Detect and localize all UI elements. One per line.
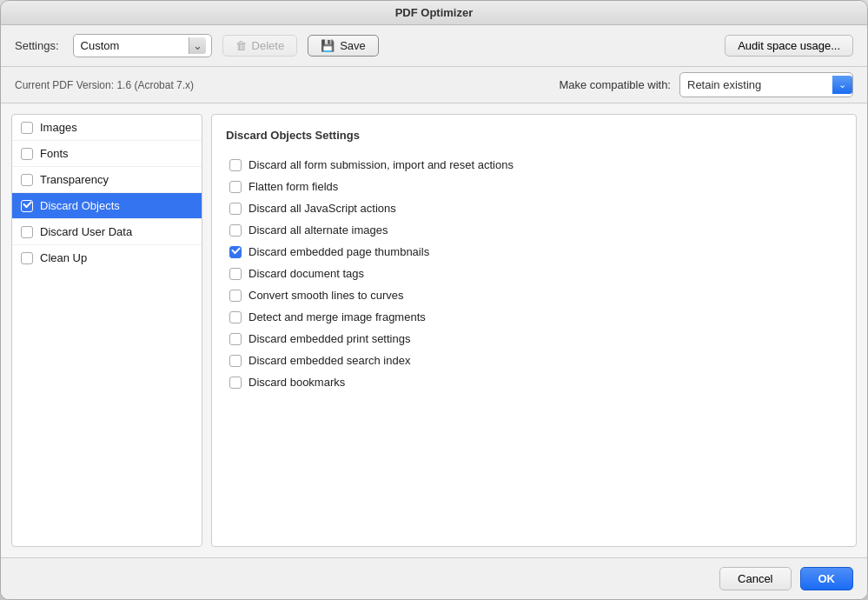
compatible-select-value: Retain existing xyxy=(687,78,761,91)
sidebar-checkbox-3 xyxy=(21,200,33,212)
option-label-0: Discard all form submission, import and … xyxy=(248,158,514,171)
option-label-9: Discard embedded search index xyxy=(248,354,410,367)
delete-button[interactable]: 🗑 Delete xyxy=(222,35,298,57)
sidebar-checkbox-5 xyxy=(21,252,33,264)
sidebar-label-5: Clean Up xyxy=(40,251,87,264)
audit-label: Audit space usage... xyxy=(738,39,840,52)
sidebar-item-fonts[interactable]: Fonts xyxy=(12,141,202,167)
option-checkbox-7[interactable] xyxy=(229,311,242,323)
option-checkbox-2[interactable] xyxy=(229,203,242,215)
option-checkbox-0[interactable] xyxy=(229,159,242,171)
footer: Cancel OK xyxy=(1,557,867,599)
option-row-0: Discard all form submission, import and … xyxy=(226,154,842,176)
option-label-3: Discard all alternate images xyxy=(248,223,388,237)
option-row-6: Convert smooth lines to curves xyxy=(226,284,842,306)
option-checkbox-3[interactable] xyxy=(229,224,242,237)
audit-button[interactable]: Audit space usage... xyxy=(725,35,853,57)
pdf-optimizer-window: PDF Optimizer Settings: Custom ⌄ 🗑 Delet… xyxy=(0,0,868,600)
version-text: Current PDF Version: 1.6 (Acrobat 7.x) xyxy=(15,79,194,91)
settings-select[interactable]: Custom ⌄ xyxy=(73,34,212,57)
content-panel: Discard Objects Settings Discard all for… xyxy=(211,114,857,547)
compatible-section: Make compatible with: Retain existing ⌄ xyxy=(559,72,853,97)
option-row-10: Discard bookmarks xyxy=(226,371,842,393)
panel-title: Discard Objects Settings xyxy=(226,129,842,142)
option-row-7: Detect and merge image fragments xyxy=(226,306,842,328)
sidebar-label-4: Discard User Data xyxy=(40,225,132,238)
option-row-4: Discard embedded page thumbnails xyxy=(226,241,842,263)
save-button[interactable]: 💾 Save xyxy=(308,35,379,57)
option-label-2: Discard all JavaScript actions xyxy=(248,202,396,215)
option-label-1: Flatten form fields xyxy=(248,180,338,193)
compatible-select-arrow-icon: ⌄ xyxy=(832,76,852,94)
save-label: Save xyxy=(340,39,366,52)
option-row-5: Discard document tags xyxy=(226,263,842,284)
ok-button[interactable]: OK xyxy=(800,567,854,590)
option-row-3: Discard all alternate images xyxy=(226,219,842,241)
save-icon: 💾 xyxy=(321,39,335,52)
sidebar-item-clean-up[interactable]: Clean Up xyxy=(12,245,202,270)
sidebar-label-2: Transparency xyxy=(40,173,109,186)
sidebar-item-discard-objects[interactable]: Discard Objects xyxy=(12,193,202,219)
sidebar-checkbox-0 xyxy=(21,122,33,134)
toolbar: Settings: Custom ⌄ 🗑 Delete 💾 Save Audit… xyxy=(1,25,867,67)
settings-select-value: Custom xyxy=(81,39,120,52)
sidebar-checkbox-4 xyxy=(21,226,33,238)
option-row-1: Flatten form fields xyxy=(226,176,842,197)
option-label-8: Discard embedded print settings xyxy=(248,332,410,345)
option-label-5: Discard document tags xyxy=(248,267,364,280)
sidebar-label-1: Fonts xyxy=(40,147,69,160)
compatible-select[interactable]: Retain existing ⌄ xyxy=(679,72,853,97)
option-label-4: Discard embedded page thumbnails xyxy=(248,245,429,258)
cancel-button[interactable]: Cancel xyxy=(719,567,791,590)
sidebar-item-images[interactable]: Images xyxy=(12,115,202,141)
sidebar-checkbox-1 xyxy=(21,148,33,160)
option-label-7: Detect and merge image fragments xyxy=(248,310,426,323)
option-checkbox-4[interactable] xyxy=(229,246,242,258)
window-title: PDF Optimizer xyxy=(395,6,474,19)
option-checkbox-8[interactable] xyxy=(229,333,242,345)
option-checkbox-9[interactable] xyxy=(229,355,242,367)
sidebar-item-discard-user-data[interactable]: Discard User Data xyxy=(12,219,202,245)
info-bar: Current PDF Version: 1.6 (Acrobat 7.x) M… xyxy=(1,67,867,103)
sidebar-label-3: Discard Objects xyxy=(40,199,120,212)
title-bar: PDF Optimizer xyxy=(1,1,867,25)
sidebar-item-transparency[interactable]: Transparency xyxy=(12,167,202,193)
option-label-6: Convert smooth lines to curves xyxy=(248,289,403,302)
settings-label: Settings: xyxy=(15,39,59,52)
trash-icon: 🗑 xyxy=(235,39,247,52)
option-row-9: Discard embedded search index xyxy=(226,350,842,371)
main-content: ImagesFontsTransparencyDiscard ObjectsDi… xyxy=(1,103,867,557)
compatible-label: Make compatible with: xyxy=(559,78,671,91)
option-checkbox-5[interactable] xyxy=(229,268,242,280)
option-checkbox-6[interactable] xyxy=(229,290,242,302)
settings-select-arrow-icon: ⌄ xyxy=(189,37,206,54)
option-checkbox-10[interactable] xyxy=(229,377,242,389)
sidebar: ImagesFontsTransparencyDiscard ObjectsDi… xyxy=(11,114,202,547)
option-row-2: Discard all JavaScript actions xyxy=(226,197,842,219)
option-row-8: Discard embedded print settings xyxy=(226,328,842,350)
sidebar-label-0: Images xyxy=(40,121,77,134)
option-label-10: Discard bookmarks xyxy=(248,376,345,389)
sidebar-checkbox-2 xyxy=(21,174,33,186)
delete-label: Delete xyxy=(252,39,285,52)
option-checkbox-1[interactable] xyxy=(229,181,242,193)
